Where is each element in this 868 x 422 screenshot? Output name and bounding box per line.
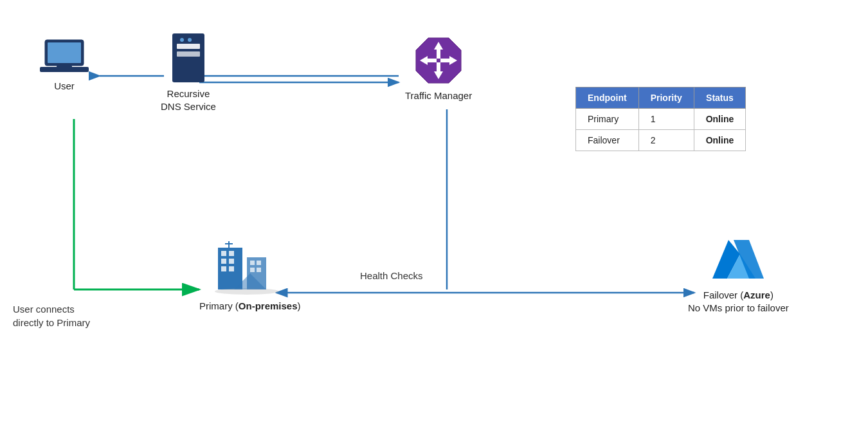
table-header-status: Status <box>694 87 746 109</box>
user-label: User <box>54 80 75 93</box>
table-header-priority: Priority <box>638 87 694 109</box>
svg-rect-15 <box>177 51 200 57</box>
dns-node: RecursiveDNS Service <box>161 32 216 113</box>
azure-icon <box>709 235 767 285</box>
svg-rect-25 <box>229 251 234 256</box>
svg-rect-33 <box>250 261 255 265</box>
table-row: Primary 1 Online <box>576 109 746 130</box>
tm-icon <box>413 35 464 86</box>
svg-rect-29 <box>229 266 234 271</box>
svg-rect-12 <box>57 66 72 68</box>
diagram-container: User RecursiveDNS Service <box>0 0 868 422</box>
svg-rect-36 <box>257 268 261 272</box>
health-checks-label: Health Checks <box>360 270 423 281</box>
priority-2: 2 <box>638 130 694 151</box>
table-header-endpoint: Endpoint <box>576 87 639 109</box>
tm-node: Traffic Manager <box>405 35 472 102</box>
user-connects-label: User connectsdirectly to Primary <box>13 302 90 329</box>
table-row: Failover 2 Online <box>576 130 746 151</box>
svg-rect-28 <box>221 266 226 271</box>
svg-point-16 <box>180 38 184 42</box>
svg-rect-14 <box>177 44 200 49</box>
svg-rect-26 <box>221 259 226 264</box>
user-node: User <box>39 39 90 93</box>
svg-rect-24 <box>221 251 226 256</box>
svg-rect-10 <box>48 42 81 63</box>
endpoint-failover: Failover <box>576 130 639 151</box>
svg-point-17 <box>188 38 192 42</box>
svg-rect-34 <box>257 261 261 265</box>
failover-node: Failover (Azure)No VMs prior to failover <box>688 235 789 314</box>
status-online-2: Online <box>694 130 746 151</box>
server-icon <box>169 32 208 84</box>
failover-label: Failover (Azure)No VMs prior to failover <box>688 289 789 314</box>
dns-label: RecursiveDNS Service <box>161 87 216 113</box>
priority-1: 1 <box>638 109 694 130</box>
svg-rect-35 <box>250 268 255 272</box>
primary-label: Primary (On-premises) <box>199 300 301 313</box>
building-icon <box>215 238 285 296</box>
endpoint-table: Endpoint Priority Status Primary 1 Onlin… <box>575 87 746 151</box>
status-online-1: Online <box>694 109 746 130</box>
svg-rect-27 <box>229 259 234 264</box>
laptop-icon <box>39 39 90 76</box>
endpoint-primary: Primary <box>576 109 639 130</box>
tm-label: Traffic Manager <box>405 89 472 102</box>
primary-node: Primary (On-premises) <box>199 238 301 313</box>
